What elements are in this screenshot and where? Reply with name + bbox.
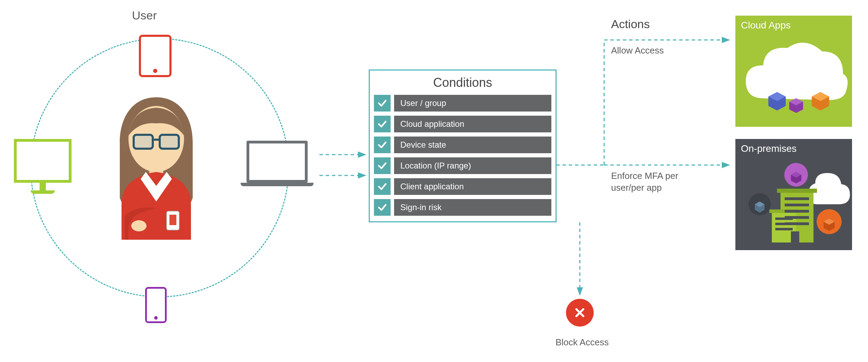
condition-label: Device state [394, 137, 551, 153]
condition-row: Cloud application [374, 116, 551, 132]
block-icon [566, 299, 594, 327]
laptop-icon [247, 141, 314, 186]
user-label: User [132, 9, 157, 22]
user-avatar [101, 94, 212, 243]
svg-point-5 [131, 220, 147, 231]
checkmark-icon [374, 178, 391, 195]
condition-label: Client application [394, 178, 551, 195]
condition-label: Location (IP range) [394, 157, 551, 174]
cloud-art [735, 32, 852, 127]
condition-label: User / group [394, 95, 551, 112]
svg-rect-24 [775, 223, 793, 225]
on-premises-tile: On-premises [735, 139, 852, 250]
condition-row: User / group [374, 95, 551, 112]
checkmark-icon [374, 137, 391, 153]
checkmark-icon [374, 157, 391, 174]
conditions-panel: Conditions User / group Cloud applicatio… [369, 69, 557, 222]
condition-label: Sign-in risk [394, 199, 551, 216]
allow-access-label: Allow Access [611, 45, 664, 56]
tablet-icon [139, 35, 172, 77]
svg-rect-23 [775, 217, 793, 220]
enforce-mfa-label: Enforce MFA per user/per app [611, 170, 698, 194]
svg-rect-15 [777, 189, 817, 193]
monitor-icon [14, 139, 72, 194]
svg-rect-20 [785, 210, 809, 213]
svg-rect-3 [160, 135, 179, 149]
onprem-art [735, 156, 852, 250]
on-premises-label: On-premises [741, 143, 846, 154]
condition-row: Device state [374, 137, 551, 153]
phone-icon [145, 287, 167, 323]
svg-rect-7 [169, 215, 176, 225]
condition-row: Sign-in risk [374, 199, 551, 216]
svg-rect-19 [785, 204, 809, 206]
cloud-apps-label: Cloud Apps [741, 20, 846, 31]
checkmark-icon [374, 116, 391, 132]
svg-rect-2 [134, 135, 153, 149]
checkmark-icon [374, 95, 391, 112]
checkmark-icon [374, 199, 391, 216]
svg-rect-18 [785, 197, 809, 200]
diagram-canvas: User Actions Allow Access Enforce MFA pe… [0, 0, 868, 362]
condition-label: Cloud application [394, 116, 551, 132]
conditions-title: Conditions [370, 75, 556, 90]
svg-rect-25 [775, 228, 793, 230]
actions-label: Actions [611, 17, 650, 31]
cloud-apps-tile: Cloud Apps [735, 16, 852, 127]
svg-rect-26 [791, 231, 799, 242]
condition-row: Client application [374, 178, 551, 195]
block-access-label: Block Access [556, 337, 609, 348]
condition-row: Location (IP range) [374, 157, 551, 174]
